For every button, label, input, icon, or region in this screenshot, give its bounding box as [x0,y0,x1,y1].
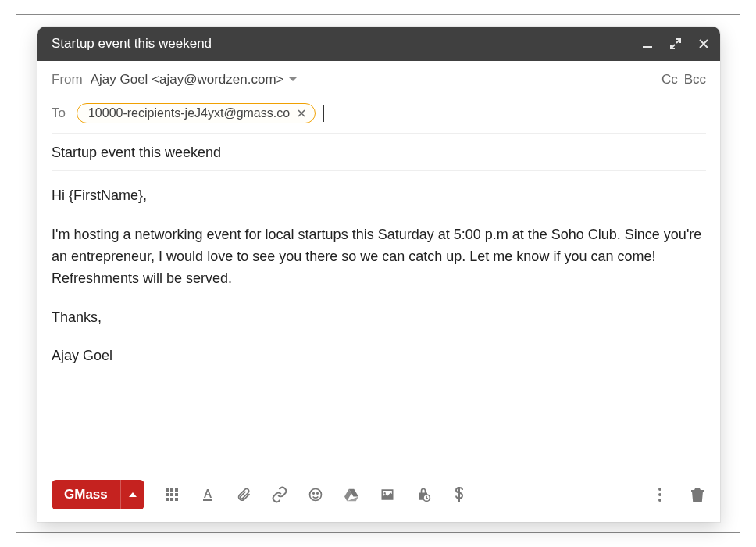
trash-icon[interactable] [689,486,706,503]
svg-rect-0 [643,46,652,48]
svg-rect-7 [166,498,169,501]
email-body[interactable]: Hi {FirstName}, I'm hosting a networking… [52,171,706,474]
gmass-send-button[interactable]: GMass [52,480,120,509]
to-input-cursor [323,105,324,122]
toolbar-right [651,486,706,503]
svg-rect-8 [170,498,173,501]
svg-rect-1 [166,488,169,492]
attach-icon[interactable] [235,486,252,503]
dollar-icon[interactable] [451,486,468,503]
svg-point-18 [658,499,662,502]
from-label: From [52,72,83,88]
compose-window: Startup event this weekend [37,27,720,522]
svg-point-16 [658,488,662,491]
header-controls [640,37,711,51]
gmass-button-group: GMass [52,480,144,509]
svg-rect-6 [175,493,178,496]
body-para: I'm hosting a networking event for local… [52,224,706,290]
subject-input[interactable]: Startup event this weekend [52,134,706,171]
svg-rect-4 [166,493,169,496]
svg-point-17 [658,493,662,496]
outer-frame: Startup event this weekend [16,14,740,533]
confidential-icon[interactable] [415,486,432,503]
to-label: To [52,105,66,121]
svg-rect-3 [175,488,178,492]
apps-grid-icon[interactable] [163,486,180,503]
bcc-button[interactable]: Bcc [684,72,706,88]
recipient-chip-text: 10000-recipients-jeJ4yxt@gmass.co [88,106,290,120]
formatting-icons [163,486,468,503]
header-bar: Startup event this weekend [37,27,720,61]
from-value: Ajay Goel <ajay@wordzen.com> [91,72,284,88]
chip-remove-icon[interactable] [294,106,308,120]
image-icon[interactable] [379,486,396,503]
from-row: From Ajay Goel <ajay@wordzen.com> Cc Bcc [52,61,706,98]
svg-point-13 [316,493,318,495]
compose-toolbar: GMass [37,474,720,522]
cc-button[interactable]: Cc [662,72,678,88]
content-area: From Ajay Goel <ajay@wordzen.com> Cc Bcc… [37,61,720,474]
to-row[interactable]: To 10000-recipients-jeJ4yxt@gmass.co [52,98,706,134]
svg-rect-9 [175,498,178,501]
text-format-icon[interactable] [199,486,216,503]
body-signoff: Thanks, [52,307,706,329]
gmass-dropdown-button[interactable] [120,480,144,509]
expand-icon[interactable] [669,37,683,51]
svg-point-12 [312,493,314,495]
body-greeting: Hi {FirstName}, [52,185,706,207]
svg-point-11 [309,489,321,501]
svg-rect-2 [170,488,173,492]
link-icon[interactable] [271,486,288,503]
from-dropdown-icon[interactable] [289,77,297,82]
emoji-icon[interactable] [307,486,324,503]
header-title: Startup event this weekend [52,36,640,52]
minimize-icon[interactable] [640,37,654,51]
cc-bcc-group: Cc Bcc [662,72,706,88]
svg-rect-10 [203,499,212,501]
body-signature: Ajay Goel [52,345,706,367]
drive-icon[interactable] [343,486,360,503]
recipient-chip[interactable]: 10000-recipients-jeJ4yxt@gmass.co [77,103,316,123]
more-options-icon[interactable] [651,486,669,503]
close-icon[interactable] [697,37,711,51]
svg-rect-5 [170,493,173,496]
